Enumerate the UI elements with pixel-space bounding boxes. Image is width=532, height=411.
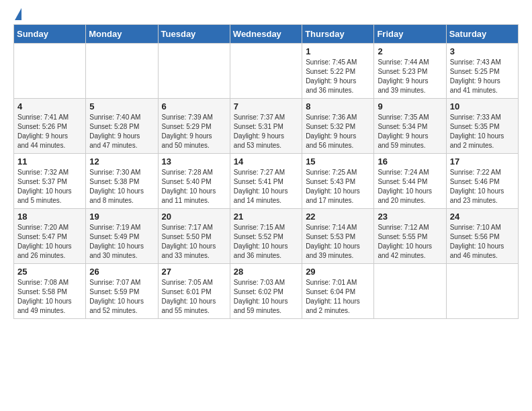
calendar-cell: 23Sunrise: 7:12 AM Sunset: 5:55 PM Dayli…	[374, 209, 446, 264]
day-info: Sunrise: 7:44 AM Sunset: 5:23 PM Dayligh…	[378, 58, 442, 95]
day-number: 28	[234, 267, 298, 277]
logo	[13, 13, 21, 17]
day-number: 2	[378, 46, 442, 56]
day-info: Sunrise: 7:14 AM Sunset: 5:53 PM Dayligh…	[306, 223, 370, 261]
logo-triangle-icon	[15, 8, 21, 20]
calendar-cell: 7Sunrise: 7:37 AM Sunset: 5:31 PM Daylig…	[230, 99, 302, 154]
day-number: 21	[234, 212, 298, 222]
day-info: Sunrise: 7:15 AM Sunset: 5:52 PM Dayligh…	[234, 223, 298, 261]
day-number: 7	[234, 101, 298, 111]
day-number: 18	[17, 212, 82, 222]
day-info: Sunrise: 7:25 AM Sunset: 5:43 PM Dayligh…	[306, 168, 370, 205]
day-info: Sunrise: 7:12 AM Sunset: 5:55 PM Dayligh…	[378, 223, 442, 261]
day-number: 12	[89, 156, 154, 167]
calendar-cell: 21Sunrise: 7:15 AM Sunset: 5:52 PM Dayli…	[230, 209, 302, 264]
day-header-sunday: Sunday	[14, 25, 86, 44]
calendar-cell	[158, 44, 230, 99]
day-number: 23	[378, 212, 442, 222]
day-info: Sunrise: 7:20 AM Sunset: 5:47 PM Dayligh…	[17, 223, 82, 261]
calendar-cell	[446, 264, 518, 319]
day-number: 19	[89, 212, 154, 222]
day-number: 25	[17, 267, 82, 277]
day-info: Sunrise: 7:32 AM Sunset: 5:37 PM Dayligh…	[17, 168, 82, 205]
day-number: 10	[450, 101, 515, 111]
day-number: 4	[17, 101, 82, 111]
day-number: 16	[378, 156, 442, 167]
calendar-cell: 12Sunrise: 7:30 AM Sunset: 5:38 PM Dayli…	[86, 154, 158, 209]
day-header-tuesday: Tuesday	[158, 25, 230, 44]
calendar-week-row: 18Sunrise: 7:20 AM Sunset: 5:47 PM Dayli…	[14, 209, 519, 264]
calendar-cell: 22Sunrise: 7:14 AM Sunset: 5:53 PM Dayli…	[302, 209, 374, 264]
header	[13, 11, 519, 17]
calendar-cell: 17Sunrise: 7:22 AM Sunset: 5:46 PM Dayli…	[446, 154, 518, 209]
day-number: 20	[162, 212, 226, 222]
day-number: 11	[17, 156, 82, 167]
calendar-cell: 19Sunrise: 7:19 AM Sunset: 5:49 PM Dayli…	[86, 209, 158, 264]
calendar-cell: 25Sunrise: 7:08 AM Sunset: 5:58 PM Dayli…	[14, 264, 86, 319]
calendar-cell: 1Sunrise: 7:45 AM Sunset: 5:22 PM Daylig…	[302, 44, 374, 99]
calendar-cell: 10Sunrise: 7:33 AM Sunset: 5:35 PM Dayli…	[446, 99, 518, 154]
calendar-cell	[86, 44, 158, 99]
day-info: Sunrise: 7:08 AM Sunset: 5:58 PM Dayligh…	[17, 278, 82, 316]
day-number: 1	[306, 46, 370, 56]
day-info: Sunrise: 7:10 AM Sunset: 5:56 PM Dayligh…	[450, 223, 515, 261]
calendar-cell: 6Sunrise: 7:39 AM Sunset: 5:29 PM Daylig…	[158, 99, 230, 154]
day-info: Sunrise: 7:24 AM Sunset: 5:44 PM Dayligh…	[378, 168, 442, 205]
calendar-week-row: 25Sunrise: 7:08 AM Sunset: 5:58 PM Dayli…	[14, 264, 519, 319]
day-info: Sunrise: 7:43 AM Sunset: 5:25 PM Dayligh…	[450, 58, 515, 95]
calendar-cell: 28Sunrise: 7:03 AM Sunset: 6:02 PM Dayli…	[230, 264, 302, 319]
day-number: 26	[89, 267, 154, 277]
day-number: 5	[89, 101, 154, 111]
calendar-cell: 5Sunrise: 7:40 AM Sunset: 5:28 PM Daylig…	[86, 99, 158, 154]
day-number: 14	[234, 156, 298, 167]
calendar-cell	[374, 264, 446, 319]
day-number: 9	[378, 101, 442, 111]
calendar-cell: 2Sunrise: 7:44 AM Sunset: 5:23 PM Daylig…	[374, 44, 446, 99]
day-number: 24	[450, 212, 515, 222]
day-header-wednesday: Wednesday	[230, 25, 302, 44]
calendar-week-row: 4Sunrise: 7:41 AM Sunset: 5:26 PM Daylig…	[14, 99, 519, 154]
day-number: 13	[162, 156, 226, 167]
calendar-cell: 11Sunrise: 7:32 AM Sunset: 5:37 PM Dayli…	[14, 154, 86, 209]
day-info: Sunrise: 7:35 AM Sunset: 5:34 PM Dayligh…	[378, 113, 442, 150]
day-header-monday: Monday	[86, 25, 158, 44]
day-info: Sunrise: 7:37 AM Sunset: 5:31 PM Dayligh…	[234, 113, 298, 150]
day-number: 17	[450, 156, 515, 167]
calendar-table: SundayMondayTuesdayWednesdayThursdayFrid…	[13, 24, 519, 319]
calendar-cell: 9Sunrise: 7:35 AM Sunset: 5:34 PM Daylig…	[374, 99, 446, 154]
day-info: Sunrise: 7:03 AM Sunset: 6:02 PM Dayligh…	[234, 278, 298, 316]
day-info: Sunrise: 7:40 AM Sunset: 5:28 PM Dayligh…	[89, 113, 154, 150]
calendar-cell: 27Sunrise: 7:05 AM Sunset: 6:01 PM Dayli…	[158, 264, 230, 319]
day-info: Sunrise: 7:27 AM Sunset: 5:41 PM Dayligh…	[234, 168, 298, 205]
calendar-header-row: SundayMondayTuesdayWednesdayThursdayFrid…	[14, 25, 519, 44]
calendar-week-row: 11Sunrise: 7:32 AM Sunset: 5:37 PM Dayli…	[14, 154, 519, 209]
day-info: Sunrise: 7:07 AM Sunset: 5:59 PM Dayligh…	[89, 278, 154, 316]
day-info: Sunrise: 7:41 AM Sunset: 5:26 PM Dayligh…	[17, 113, 82, 150]
day-info: Sunrise: 7:45 AM Sunset: 5:22 PM Dayligh…	[306, 58, 370, 95]
calendar-cell: 14Sunrise: 7:27 AM Sunset: 5:41 PM Dayli…	[230, 154, 302, 209]
calendar-cell: 18Sunrise: 7:20 AM Sunset: 5:47 PM Dayli…	[14, 209, 86, 264]
day-info: Sunrise: 7:22 AM Sunset: 5:46 PM Dayligh…	[450, 168, 515, 205]
calendar-cell: 15Sunrise: 7:25 AM Sunset: 5:43 PM Dayli…	[302, 154, 374, 209]
day-info: Sunrise: 7:01 AM Sunset: 6:04 PM Dayligh…	[306, 278, 370, 316]
day-info: Sunrise: 7:30 AM Sunset: 5:38 PM Dayligh…	[89, 168, 154, 205]
calendar-week-row: 1Sunrise: 7:45 AM Sunset: 5:22 PM Daylig…	[14, 44, 519, 99]
calendar-cell	[230, 44, 302, 99]
day-number: 15	[306, 156, 370, 167]
day-header-thursday: Thursday	[302, 25, 374, 44]
calendar-cell: 13Sunrise: 7:28 AM Sunset: 5:40 PM Dayli…	[158, 154, 230, 209]
day-info: Sunrise: 7:28 AM Sunset: 5:40 PM Dayligh…	[162, 168, 226, 205]
day-number: 27	[162, 267, 226, 277]
day-info: Sunrise: 7:17 AM Sunset: 5:50 PM Dayligh…	[162, 223, 226, 261]
day-info: Sunrise: 7:19 AM Sunset: 5:49 PM Dayligh…	[89, 223, 154, 261]
calendar-cell	[14, 44, 86, 99]
calendar-cell: 3Sunrise: 7:43 AM Sunset: 5:25 PM Daylig…	[446, 44, 518, 99]
calendar-cell: 8Sunrise: 7:36 AM Sunset: 5:32 PM Daylig…	[302, 99, 374, 154]
calendar-cell: 16Sunrise: 7:24 AM Sunset: 5:44 PM Dayli…	[374, 154, 446, 209]
calendar-cell: 26Sunrise: 7:07 AM Sunset: 5:59 PM Dayli…	[86, 264, 158, 319]
day-info: Sunrise: 7:36 AM Sunset: 5:32 PM Dayligh…	[306, 113, 370, 150]
day-number: 29	[306, 267, 370, 277]
calendar-cell: 24Sunrise: 7:10 AM Sunset: 5:56 PM Dayli…	[446, 209, 518, 264]
day-header-saturday: Saturday	[446, 25, 518, 44]
day-header-friday: Friday	[374, 25, 446, 44]
